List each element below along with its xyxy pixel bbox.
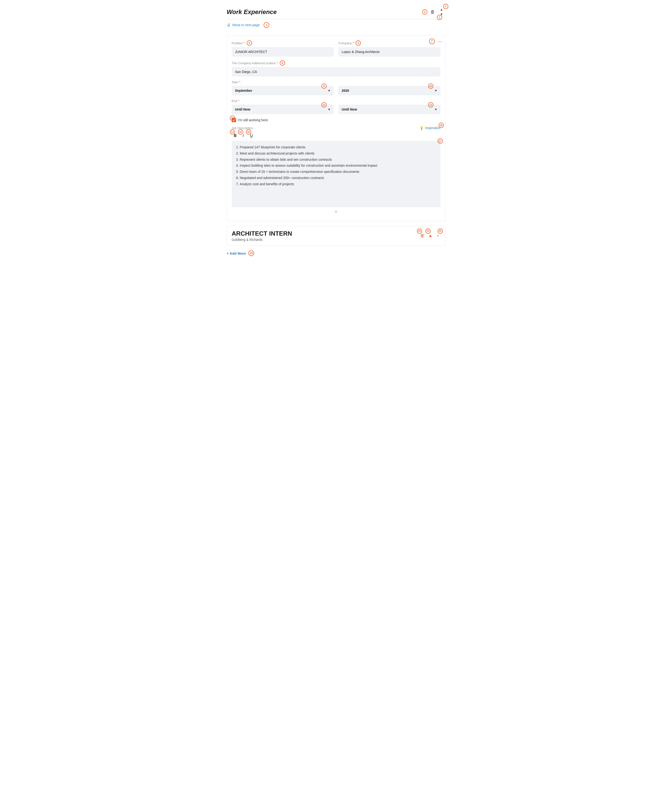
badge-17: 17 [438,139,443,144]
address-row: The Company Address/Location * 8 [232,60,441,76]
position-required: * [244,41,245,45]
badge-8: 8 [280,60,285,66]
bottom-card-actions: 20 🗑 21 ▲ 22 + [419,232,441,240]
list-item: Prepared 147 blueprints for corporate cl… [240,145,437,150]
badge-13: 13 [230,116,235,121]
badge-22: 22 [438,228,443,234]
company-input[interactable] [338,47,441,56]
badge-1: 1 [264,22,269,28]
end-label: End * [232,99,441,103]
badge-15: 15 [238,129,243,135]
badge-14: 14 [230,129,235,135]
address-group: The Company Address/Location * 8 [232,60,441,76]
badge-3: 3 [437,15,442,20]
end-year-group: Until Now ▼ 12 [338,105,441,114]
printer-icon: 🖨 [227,23,231,27]
badge-11: 11 [321,102,327,107]
badge-9: 9 [321,83,327,89]
start-year-group: 2020 ▼ 10 [338,86,441,95]
list-item: Analyze cost and benefits of projects [240,182,437,187]
start-year-wrapper: 2020 ▼ 10 [338,86,441,95]
badge-5: 5 [247,40,252,46]
company-required: * [353,41,354,45]
start-year-select[interactable]: 2020 [338,86,441,95]
position-group: Position * 5 [232,40,334,56]
company-label: Company * 6 [338,40,441,46]
badge-19: 19 [248,250,254,256]
position-input[interactable] [232,47,334,56]
end-month-group: Until Now ▼ 11 [232,105,334,114]
badge-16: 16 [246,129,251,135]
add-more-row: + Add More 19 [227,250,446,256]
move-to-next-page-button[interactable]: 🖨 Move to next page 1 [227,22,269,28]
section-header: Work Experience 2 🗑 ▲ ▼ 3 4 [227,7,446,17]
add-more-button[interactable]: + Add More 19 [227,250,254,256]
editor-toolbar: B 14 I 15 U 16 [232,132,441,139]
lightbulb-icon: 💡 [419,126,424,130]
badge-12: 12 [428,102,433,107]
action-row: 🖨 Move to next page 1 [227,19,446,31]
bottom-card-info: ARCHITECT INTERN Goldberg & Richards [232,230,292,241]
start-row: September ▼ 9 2020 ▼ 10 [232,86,441,95]
still-working-label: I'm still working here [238,118,268,122]
bottom-card-header: ARCHITECT INTERN Goldberg & Richards 20 … [232,230,441,241]
end-year-select[interactable]: Until Now [338,105,441,114]
badge-18: 18 [439,123,444,128]
job-description-label: Job Description [232,126,253,130]
editor-area[interactable]: Prepared 147 blueprints for corporate cl… [232,141,441,207]
editor-container: Prepared 147 blueprints for corporate cl… [232,141,441,207]
start-month-wrapper: September ▼ 9 [232,86,334,95]
resize-handle[interactable]: ≡ [232,207,441,216]
address-required: * [277,61,278,65]
job-description-list: Prepared 147 blueprints for corporate cl… [236,145,437,187]
start-label: Start * [232,80,441,84]
end-row: Until Now ▼ 11 Until Now ▼ 12 [232,105,441,114]
end-month-wrapper: Until Now ▼ 11 [232,105,334,114]
bottom-card: ARCHITECT INTERN Goldberg & Richards 20 … [227,226,446,246]
company-group: Company * 6 [338,40,441,56]
delete-button[interactable]: 🗑 [429,8,436,16]
badge-6: 6 [356,40,361,46]
list-item: Meet and discuss architectural projects … [240,151,437,157]
address-input[interactable] [232,67,441,76]
collapse-button[interactable]: — [438,39,442,44]
list-item: Direct team of 20 + technicians to creat… [240,169,437,175]
intern-company-label: Goldberg & Richards [232,238,292,241]
position-company-row: Position * 5 Company * 6 [232,40,441,56]
intern-position-label: ARCHITECT INTERN [232,230,292,237]
job-description-row: Job Description 💡 Inspiration 18 [232,126,441,130]
list-item: Negotiated and administered 200+ constru… [240,175,437,181]
badge-20: 20 [417,228,422,234]
list-item: Inspect building sites to assess suitabi… [240,163,437,168]
badge-21: 21 [426,228,431,234]
form-section: 7 — Position * 5 Company * 6 The Company… [227,35,446,221]
badge-7: 7 [429,38,435,44]
section-title: Work Experience [227,8,277,16]
still-working-row: 13 I'm still working here [232,118,441,122]
start-month-group: September ▼ 9 [232,86,334,95]
badge-10: 10 [428,83,433,89]
move-label: Move to next page [233,23,260,27]
end-year-wrapper: Until Now ▼ 12 [338,105,441,114]
list-item: Represent clients to obtain bids and win… [240,157,437,163]
position-label: Position * 5 [232,40,334,46]
badge-2: 2 [422,9,428,15]
end-month-select[interactable]: Until Now [232,105,334,114]
badge-4: 4 [443,4,448,9]
add-more-label: + Add More [227,251,246,255]
start-month-select[interactable]: September [232,86,334,95]
inspiration-button[interactable]: 💡 Inspiration 18 [419,126,441,130]
header-actions: 2 🗑 ▲ ▼ 3 4 [422,7,446,17]
address-label: The Company Address/Location * 8 [232,60,441,66]
